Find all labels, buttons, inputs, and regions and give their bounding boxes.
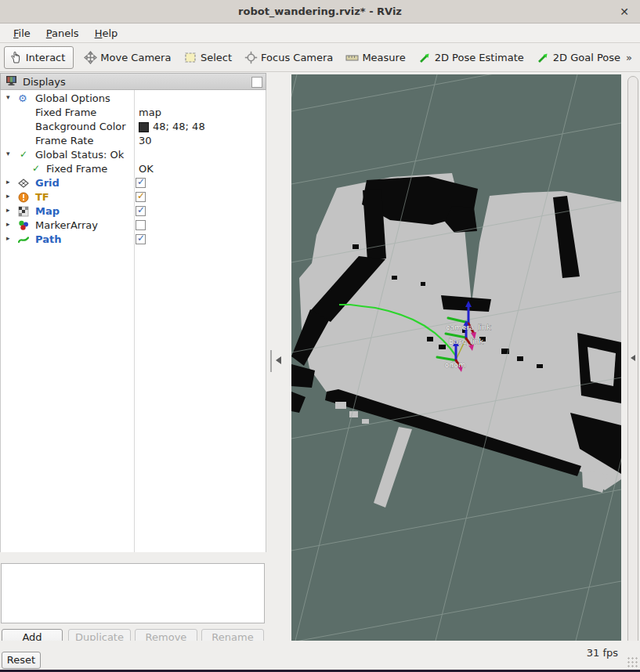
tf-checkbox[interactable]: ✓	[136, 192, 146, 202]
horizontal-splitter[interactable]	[0, 558, 266, 563]
markers-icon	[18, 220, 29, 231]
row-label: Fixed Frame	[46, 163, 107, 175]
tool-interact[interactable]: Interact	[4, 46, 74, 69]
tree-row-frame-rate[interactable]: Frame Rate 30	[1, 134, 266, 148]
tool-select-label: Select	[201, 52, 232, 63]
checkmark-icon: ✓	[137, 190, 145, 201]
row-label: Global Options	[35, 92, 110, 104]
displays-panel: Displays ▾ ⚙ Global Options Fixed Frame …	[0, 72, 266, 672]
tool-move-camera[interactable]: Move Camera	[78, 47, 176, 68]
row-label: Global Status: Ok	[35, 149, 124, 161]
ruler-icon	[345, 51, 359, 64]
check-icon: ✓	[20, 149, 27, 160]
chevron-right-icon[interactable]: ▸	[6, 234, 10, 242]
grid-icon	[18, 178, 29, 189]
splitter-dots	[270, 350, 272, 372]
tool-2d-goal-pose[interactable]: 2D Goal Pose	[531, 47, 626, 68]
map-icon	[18, 206, 29, 217]
row-label: Grid	[35, 177, 60, 189]
tree-row-grid[interactable]: ▸ Grid ✓	[1, 176, 266, 190]
checkmark-icon: ✓	[137, 233, 145, 244]
green-arrow-icon	[418, 51, 432, 64]
render-viewport-3d[interactable]: camera_link base_link odom	[291, 74, 621, 641]
resize-grip[interactable]	[627, 656, 638, 667]
chevron-down-icon[interactable]: ▾	[6, 93, 10, 101]
chevron-down-icon[interactable]: ▾	[6, 150, 10, 157]
row-value[interactable]: 30	[139, 135, 152, 146]
checkmark-icon: ✓	[137, 176, 145, 187]
chevron-right-icon[interactable]: ▸	[6, 178, 10, 186]
reset-button[interactable]: Reset	[2, 652, 41, 669]
row-label: MarkerArray	[35, 219, 98, 231]
tool-2d-goal-pose-label: 2D Goal Pose	[553, 52, 620, 63]
menu-help[interactable]: Help	[88, 26, 125, 41]
toolbar-drag-handle[interactable]	[2, 48, 2, 68]
tool-focus-camera[interactable]: Focus Camera	[239, 47, 338, 68]
chevron-right-icon[interactable]: ▸	[6, 206, 10, 214]
camera-link-label: camera_link	[446, 323, 491, 331]
menu-bar: File Panels Help	[0, 24, 640, 43]
menu-panels[interactable]: Panels	[39, 26, 86, 41]
chevron-right-icon[interactable]: ▸	[6, 192, 10, 200]
row-label: Frame Rate	[35, 135, 93, 146]
displays-tree: ▾ ⚙ Global Options Fixed Frame map Backg…	[0, 90, 266, 552]
scene-3d: camera_link base_link odom	[291, 74, 621, 641]
grid-checkbox[interactable]: ✓	[136, 178, 146, 188]
tool-2d-pose-estimate[interactable]: 2D Pose Estimate	[413, 47, 530, 68]
toolbar-overflow-icon[interactable]: »	[626, 52, 632, 63]
move-arrows-icon	[84, 51, 97, 64]
panel-float-button[interactable]	[251, 77, 262, 88]
tool-bar: Interact Move Camera Select Focus Camera…	[0, 44, 640, 72]
tree-row-path[interactable]: ▸ Path ✓	[1, 233, 266, 247]
path-checkbox[interactable]: ✓	[136, 234, 146, 244]
markerarray-checkbox[interactable]	[136, 220, 146, 230]
path-icon	[18, 234, 29, 245]
checkmark-icon: ✓	[137, 204, 145, 215]
tree-row-global-options[interactable]: ▾ ⚙ Global Options	[1, 92, 266, 106]
color-swatch[interactable]	[139, 122, 149, 132]
warning-icon	[18, 192, 29, 203]
tree-row-fixed-frame[interactable]: Fixed Frame map	[1, 106, 266, 120]
close-icon[interactable]: ✕	[617, 5, 631, 19]
tool-measure-label: Measure	[362, 52, 405, 63]
displays-panel-header[interactable]: Displays	[0, 73, 266, 90]
selection-box-icon	[184, 51, 197, 64]
collapse-right-icon[interactable]	[631, 355, 635, 361]
splitter-dots	[121, 560, 145, 562]
tree-row-markerarray[interactable]: ▸ MarkerArray	[1, 219, 266, 233]
row-value[interactable]: 48; 48; 48	[153, 121, 205, 132]
gear-icon: ⚙	[18, 93, 29, 104]
tool-measure[interactable]: Measure	[340, 47, 410, 68]
row-label: Map	[35, 205, 60, 217]
row-value: OK	[139, 163, 154, 175]
tree-row-map[interactable]: ▸ Map ✓	[1, 204, 266, 219]
tree-row-background-color[interactable]: Background Color 48; 48; 48	[1, 120, 266, 134]
row-label: Background Color	[35, 121, 126, 132]
displays-icon	[5, 75, 17, 89]
title-bar[interactable]: robot_wandering.rviz* - RViz ✕	[0, 0, 640, 23]
row-label: TF	[35, 191, 49, 203]
status-bar: Reset 31 fps	[0, 641, 640, 672]
tool-move-camera-label: Move Camera	[100, 52, 171, 63]
tool-2d-pose-estimate-label: 2D Pose Estimate	[435, 52, 524, 63]
panel-splitter[interactable]	[266, 72, 291, 672]
check-icon: ✓	[32, 163, 40, 174]
row-label: Fixed Frame	[35, 107, 96, 118]
views-panel-splitter[interactable]	[627, 76, 638, 667]
tool-interact-label: Interact	[26, 52, 66, 63]
row-value[interactable]: map	[139, 107, 161, 118]
map-checkbox[interactable]: ✓	[136, 206, 146, 216]
tool-focus-camera-label: Focus Camera	[261, 52, 333, 63]
collapse-left-icon[interactable]	[276, 356, 281, 364]
property-description-box	[1, 563, 265, 623]
chevron-right-icon[interactable]: ▸	[6, 220, 10, 228]
menu-file[interactable]: File	[6, 26, 38, 41]
tool-select[interactable]: Select	[179, 47, 237, 68]
hand-cursor-icon	[9, 51, 23, 64]
tree-row-global-status[interactable]: ▾ ✓ Global Status: Ok	[1, 148, 266, 162]
crosshair-icon	[244, 51, 258, 64]
tree-row-tf[interactable]: ▸ TF ✓	[1, 190, 266, 204]
displays-panel-title: Displays	[23, 76, 66, 88]
window-title: robot_wandering.rviz* - RViz	[0, 5, 640, 17]
tree-row-status-fixed-frame[interactable]: ✓ Fixed Frame OK	[1, 162, 266, 176]
